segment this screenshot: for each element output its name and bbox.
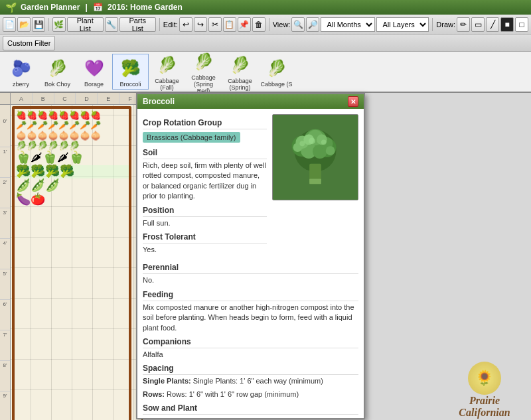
- companions-content: Alfalfa: [143, 350, 358, 360]
- broccoli-image: [272, 114, 358, 200]
- rect-btn[interactable]: ▭: [471, 17, 485, 32]
- plant-item-cabbage-s[interactable]: 🥬 Cabbage (S: [258, 54, 295, 89]
- draw-label: Draw:: [436, 21, 455, 29]
- line-btn[interactable]: ╱: [486, 17, 499, 32]
- view-label: View:: [273, 21, 291, 29]
- popup-close-btn[interactable]: ✕: [348, 96, 358, 107]
- frost-tolerant-content: Yes.: [143, 245, 267, 255]
- fill-btn[interactable]: ■: [500, 17, 514, 32]
- perennial-content: No.: [143, 275, 358, 285]
- parts-icon-btn[interactable]: 🔧: [105, 17, 118, 32]
- zoom-in-btn[interactable]: 🔎: [306, 17, 319, 32]
- plant-item-borage[interactable]: 💜 Borage: [76, 54, 112, 89]
- popup-title: Broccoli: [143, 97, 175, 106]
- col-D: D: [76, 93, 98, 104]
- crop-rotation-value: Brassicas (Cabbage family): [143, 132, 240, 143]
- copy-btn[interactable]: 📋: [223, 17, 236, 32]
- open-btn[interactable]: 📂: [17, 17, 31, 32]
- watermark: 🌻 Prairie Californian: [445, 367, 524, 413]
- parts-list-btn[interactable]: Parts List: [119, 17, 156, 32]
- plant-label-cabbage-s: Cabbage (S: [260, 81, 292, 88]
- plant-icon-btn[interactable]: 🌿: [52, 17, 66, 32]
- feeding-content: Mix composted manure or another high-nit…: [143, 303, 358, 333]
- spacing-single-label: Single Plants:: [143, 377, 193, 385]
- garden-grid[interactable]: A B C D E F 0' 1' 2' 3' 4' 5' 6' 7' 8' 9…: [0, 93, 143, 420]
- plant-item-zberry[interactable]: 🫐 zberry: [3, 54, 39, 89]
- plant-icon-cabbage-fall: 🥬: [155, 52, 180, 78]
- app-name: Garden Planner: [21, 3, 80, 12]
- plant-item-bokchoy[interactable]: 🥬 Bok Choy: [39, 54, 76, 89]
- plant-strip: 🫐 zberry 🥬 Bok Choy 💜 Borage 🥦 Broccoli …: [0, 52, 531, 93]
- soil-title: Soil: [143, 148, 267, 159]
- plant-icon-borage: 💜: [82, 56, 107, 81]
- doc-name: 📅 2016: Home Garden: [93, 3, 183, 12]
- edit-label: Edit:: [163, 21, 178, 29]
- months-select[interactable]: All Months: [321, 17, 375, 32]
- position-title: Position: [143, 206, 267, 217]
- plant-icon-zberry: 🫐: [9, 56, 34, 81]
- row-9: 9': [0, 391, 10, 420]
- row-labels: 0' 1' 2' 3' 4' 5' 6' 7' 8' 9' 10' 11': [0, 105, 11, 420]
- spacing-rows: Rows: Rows: 1' 6" with 1' 6" row gap (mi…: [143, 389, 358, 399]
- filter-toolbar: Custom Filter: [0, 35, 531, 52]
- app-icon: 🌱: [5, 2, 17, 13]
- plant-icon-bokchoy: 🥬: [45, 56, 70, 81]
- sep3: [269, 18, 269, 31]
- plant-label-borage: Borage: [84, 81, 104, 88]
- row-1: 1': [0, 147, 10, 178]
- popup-left-info: Crop Rotation Group Brassicas (Cabbage f…: [143, 114, 267, 257]
- cut-btn[interactable]: ✂: [208, 17, 222, 32]
- plant-icon-cabbage-s: 🥬: [264, 56, 289, 81]
- svg-point-18: [299, 141, 305, 146]
- row-6: 6': [0, 300, 10, 330]
- sep2: [159, 18, 160, 31]
- svg-point-16: [309, 137, 315, 144]
- position-content: Full sun.: [143, 218, 267, 228]
- custom-filter-btn[interactable]: Custom Filter: [3, 36, 55, 50]
- spacing-title: Spacing: [143, 364, 358, 375]
- grid-content[interactable]: 🍓🍓🍓🍓🍓🍓🍓🍓 🥕🥕🥕🥕🥕🥕🥕🥕 🧅🧅🧅🧅🧅🧅🧅🧅 🥬🥬🥬🥬🥬🥬: [11, 105, 143, 420]
- row-8: 8': [0, 361, 10, 391]
- color-btn[interactable]: □: [515, 17, 528, 32]
- row-0: 0': [0, 117, 10, 147]
- title-separator: |: [85, 3, 87, 12]
- plant-list-btn[interactable]: Plant List: [67, 17, 104, 32]
- companions-title: Companions: [143, 337, 358, 348]
- spacing-rows-label: Rows:: [143, 390, 167, 398]
- col-C: C: [54, 93, 76, 104]
- svg-point-17: [321, 139, 327, 145]
- popup-body[interactable]: Crop Rotation Group Brassicas (Cabbage f…: [137, 109, 364, 418]
- col-E: E: [98, 93, 119, 104]
- undo-btn[interactable]: ↩: [179, 17, 192, 32]
- layers-select[interactable]: All Layers: [376, 17, 429, 32]
- frost-tolerant-title: Frost Tolerant: [143, 232, 267, 244]
- plant-label-broccoli: Broccoli: [119, 81, 141, 88]
- col-A: A: [11, 93, 33, 104]
- plant-label-zberry: zberry: [13, 81, 29, 88]
- garden-plants: 🍓🍓🍓🍓🍓🍓🍓🍓 🥕🥕🥕🥕🥕🥕🥕🥕 🧅🧅🧅🧅🧅🧅🧅🧅 🥬🥬🥬🥬🥬🥬: [16, 110, 129, 206]
- plant-item-cabbage-spring-red[interactable]: 🥬 Cabbage (Spring Red): [185, 52, 222, 93]
- pencil-btn[interactable]: ✏: [457, 17, 470, 32]
- sep4: [432, 18, 433, 31]
- plant-label-bokchoy: Bok Choy: [44, 81, 70, 88]
- svg-point-12: [326, 146, 335, 155]
- plant-item-cabbage-fall[interactable]: 🥬 Cabbage (Fall): [149, 52, 185, 92]
- plant-label-cabbage-fall: Cabbage (Fall): [150, 78, 184, 91]
- perennial-title: Perennial: [143, 263, 358, 274]
- redo-btn[interactable]: ↪: [194, 17, 207, 32]
- crop-rotation-title: Crop Rotation Group: [143, 118, 267, 129]
- plant-item-cabbage-spring[interactable]: 🥬 Cabbage (Spring): [222, 52, 258, 92]
- spacing-single: Single Plants: Single Plants: 1' 6" each…: [143, 376, 358, 386]
- delete-btn[interactable]: 🗑: [252, 17, 266, 32]
- plant-icon-cabbage-spring: 🥬: [228, 52, 253, 78]
- row-2: 2': [0, 178, 10, 208]
- popup-header-area: Crop Rotation Group Brassicas (Cabbage f…: [143, 114, 358, 257]
- paste-btn[interactable]: 📌: [238, 17, 251, 32]
- svg-rect-15: [309, 178, 321, 184]
- save-btn[interactable]: 💾: [32, 17, 45, 32]
- zoom-out-btn[interactable]: 🔍: [291, 17, 305, 32]
- new-btn[interactable]: 📄: [3, 17, 16, 32]
- plant-item-broccoli[interactable]: 🥦 Broccoli: [112, 54, 149, 90]
- watermark-text: Prairie Californian: [459, 395, 510, 418]
- feeding-title: Feeding: [143, 290, 358, 301]
